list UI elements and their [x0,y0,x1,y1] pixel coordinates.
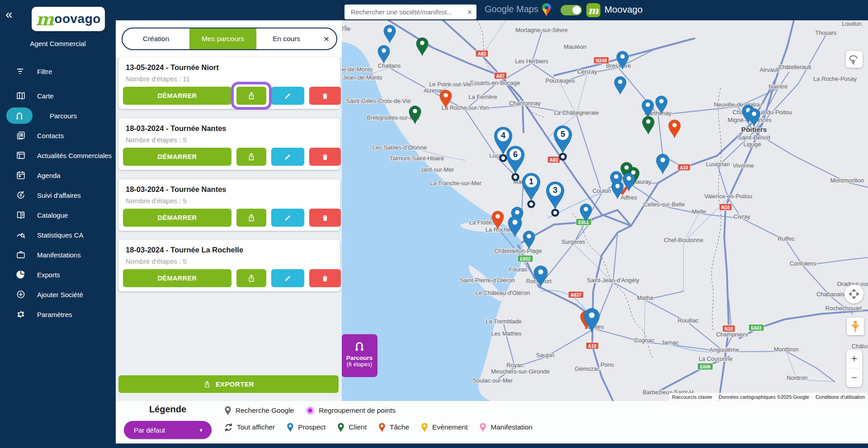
sidebar-item-carte[interactable]: Carte [0,86,116,106]
sidebar-item-suivi-affaires[interactable]: $ Suivi d'affaires [0,185,116,205]
search-clear-icon[interactable]: × [467,8,472,16]
route-stop-pin-1[interactable]: 1 [522,173,540,201]
map-label: Jarnac [661,339,679,346]
filter-icon [15,66,26,77]
sidebar-item-contacts[interactable]: Contacts [0,126,116,145]
contacts-icon [15,130,26,141]
search-input[interactable] [351,9,464,16]
sidebar-item-statistiques[interactable]: Statistiques CA [0,225,116,245]
map-label: La Tremblade [486,318,522,325]
edit-route-button[interactable] [271,269,304,287]
sidebar-item-filtre[interactable]: Filtre [0,61,116,81]
map-pin-client[interactable] [642,116,655,135]
share-route-button[interactable] [236,148,266,166]
export-button[interactable]: EXPORTER [118,375,339,393]
map-label: Châlus [852,343,868,350]
pin-icon [378,422,386,433]
edit-route-button[interactable] [271,87,304,105]
delete-route-button[interactable] [309,148,341,166]
road-shield: N10 [722,325,735,332]
pan-control-button[interactable] [844,285,863,303]
map-pin-tache[interactable] [669,120,681,138]
tab-bar: Création Mes parcours En cours × [122,28,337,50]
zoom-out-button[interactable]: − [846,369,862,387]
sidebar-item-agenda[interactable]: Agenda [0,165,116,185]
route-icon [6,107,33,124]
collapse-sidebar-icon[interactable]: « [5,7,13,22]
share-route-button[interactable] [236,87,266,105]
tab-mes-parcours[interactable]: Mes parcours [189,28,256,49]
map-label: Montmorillon [830,177,864,184]
map-pin-prospect[interactable] [656,154,669,174]
tab-en-cours[interactable]: En cours [256,28,316,49]
sidebar-item-label: Exports [37,271,60,279]
terms-link[interactable]: Conditions d'utilisation [812,393,868,401]
sidebar-item-ajouter-societe[interactable]: Ajouter Société [0,285,116,304]
pegman-streetview-button[interactable] [847,317,864,335]
sidebar-item-parametres[interactable]: Paramètres [0,304,116,324]
edit-route-button[interactable] [271,148,304,166]
legend-item-tout-afficher[interactable]: Tout afficher [224,423,275,432]
trash-icon [321,92,329,100]
keyboard-shortcuts-link[interactable]: Raccourcis clavier [669,393,716,401]
start-route-button[interactable]: DÉMARRER [123,148,231,166]
maps-toggle[interactable] [561,5,582,15]
svg-text:E606: E606 [700,364,711,369]
sidebar-item-catalogue[interactable]: Catalogue [0,205,116,225]
tab-creation[interactable]: Création [123,28,189,49]
svg-text:A83: A83 [550,158,558,163]
legend-label: Evènement [432,423,467,431]
map-label: Thouars [815,29,837,36]
delete-route-button[interactable] [309,87,341,105]
map-pin-client[interactable] [409,106,421,124]
share-route-button[interactable] [236,209,266,227]
map-label: Les Mathes [491,330,522,337]
close-panel-icon[interactable]: × [316,28,336,49]
map-pin-prospect[interactable] [384,25,396,43]
sidebar-item-manifestations[interactable]: Manifestations [0,245,116,265]
zoom-in-button[interactable]: + [846,350,862,368]
delete-route-button[interactable] [309,209,341,227]
sidebar-item-exports[interactable]: Exports [0,265,116,285]
lasso-select-button[interactable] [846,51,863,68]
map-pin-prospect[interactable] [378,45,390,64]
map-label: Chabanais [816,291,845,298]
map-label: Rouillac [678,317,699,324]
share-route-button[interactable] [236,269,266,287]
map-label: Châtelaillon-Plage [494,247,542,254]
start-route-button[interactable]: DÉMARRER [123,269,231,287]
road-shield: E606 [698,363,713,370]
route-steps-count: Nombre d'étapes : 5 [126,197,333,205]
add-circle-icon [15,289,26,300]
legend-label: Manifestation [491,423,532,431]
start-route-button[interactable]: DÉMARRER [123,209,231,227]
route-stop-pin-3[interactable]: 3 [546,182,564,210]
sidebar-item-parcours[interactable]: Parcours [0,106,116,126]
edit-route-button[interactable] [271,209,304,227]
map-label: Saint-Jean-d'Angély [587,277,639,284]
route-steps-count: Nombre d'étapes : 5 [126,136,333,144]
legend-label: Prospect [298,423,326,431]
start-route-button[interactable]: DÉMARRER [123,87,231,105]
sidebar-item-actualites[interactable]: Actualités Commerciales [0,145,116,165]
route-title: 13-05-2024 - Tournée Niort [126,63,333,72]
svg-text:A837: A837 [571,293,581,298]
legend-label: Client [349,423,367,431]
legend-item-prospect: Prospect [287,422,326,433]
road-shield: A837 [568,291,584,298]
map-label: Les Herbiers [515,58,548,65]
parcours-badge[interactable]: Parcours (6 étapes) [342,334,377,377]
map-canvas[interactable]: l'ÎleMortagne-sur-SèvreLoudunThouarsMaul… [342,20,868,401]
map-pin-prospect[interactable] [614,76,627,95]
brand-name: Moovago [604,4,642,15]
legend-filter-dropdown[interactable]: Par défaut ▾ [124,421,212,439]
map-label: La Couronne [698,355,732,362]
map-pin-client[interactable] [416,37,429,56]
road-shield: E601 [576,219,591,225]
map-data-credit: Données cartographiques ©2025 Google [716,393,812,401]
map-label: l'Île [342,25,350,32]
map-label: Chef-Boutonne [664,237,703,243]
map-icon [15,90,26,101]
delete-route-button[interactable] [309,269,341,287]
map-pin-prospect[interactable] [523,231,535,249]
